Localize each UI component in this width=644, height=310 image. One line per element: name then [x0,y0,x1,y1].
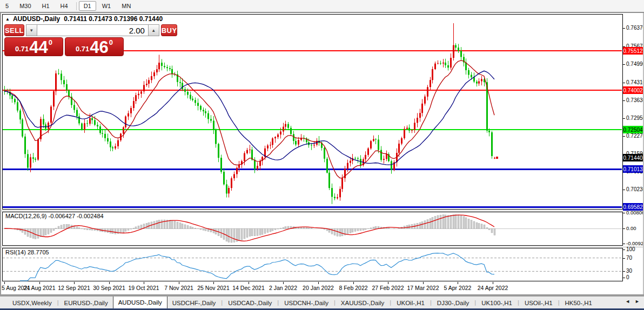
timeframe-button-5[interactable]: 5 [1,1,14,11]
macd-axis-label: 0.00 [626,225,636,231]
date-axis-tick [39,282,40,284]
volume-increase-button[interactable]: ▲ [148,24,159,36]
volume-input[interactable] [37,24,148,36]
date-axis-tick [144,282,144,284]
timeframe-button-m30[interactable]: M30 [15,1,36,11]
date-axis-tick [283,282,284,284]
chart-tab-xauusd-daily[interactable]: XAUUSD-,Daily [336,298,390,308]
price-axis-tick [623,136,625,137]
chart-tab-usdchf-daily[interactable]: USDCHF-,Daily [167,298,221,308]
date-axis-label: 30 Sep 2021 [93,285,125,291]
rsi-axis-tick [623,250,625,250]
date-axis-tick [388,282,388,284]
price-axis-label: 0.74990 [626,61,644,67]
date-axis-tick [353,282,354,284]
timeframe-button-h1[interactable]: H1 [37,1,55,11]
date-axis-tick [74,282,75,284]
date-axis-tick [493,282,493,284]
collapse-panel-icon[interactable]: ▲ [5,17,10,22]
date-axis-tick [458,282,458,284]
chart-tab-uk100-h1[interactable]: UK100-,H1 [477,298,517,308]
date-axis-label: 24 Apr 2022 [478,285,508,291]
price-axis-label: 0.73630 [626,97,644,103]
date-axis-label: 8 Feb 2022 [339,285,367,291]
tabs-scroll-right-button[interactable]: ► [635,299,640,304]
date-axis-label: 25 Nov 2021 [197,285,230,291]
sell-price-prefix: 0.71 [15,45,29,53]
price-axis-tick [623,100,625,101]
price-axis-label: 0.72270 [626,133,644,139]
buy-price-prefix: 0.71 [76,45,89,53]
buy-button[interactable]: BUY [161,24,178,36]
chart-tab-usdx-weekly[interactable]: USDX,Weekly [8,298,57,308]
buy-price-sup: 0 [109,38,113,46]
arrow-down-icon: ▼ [29,28,33,33]
timeframe-button-w1[interactable]: W1 [97,1,116,11]
chart-tab-hk50-h1[interactable]: HK50-,H1 [560,298,598,308]
chart-title: ▲ AUDUSD-,Daily 0.71411 0.71473 0.71396 … [5,15,163,23]
timeframe-toolbar: 5M30H1H4D1W1MN [0,0,644,12]
macd-axis-tick [623,244,625,244]
chart-tab-dj30-daily[interactable]: DJ30-,Daily [432,298,474,308]
macd-axis-tick [623,228,625,229]
toolbar-separator [76,2,77,10]
symbol-period-label: AUDUSD-,Daily [13,15,60,23]
price-level-badge-0.72504: 0.72504 [623,126,643,133]
buy-price-big: 46 [90,39,108,55]
window-left-border [0,13,1,294]
price-axis-label: 0.74310 [626,79,644,85]
volume-decrease-button[interactable]: ▼ [26,24,37,36]
rsi-axis-tick [623,258,625,259]
date-axis-label: 7 Nov 2021 [164,285,193,291]
rsi-axis-tick [623,271,625,272]
price-level-badge-0.75512: 0.75512 [623,47,643,55]
ohlc-values: 0.71411 0.71473 0.71396 0.71440 [64,15,163,23]
date-axis-tick [109,282,110,284]
window-top-border [0,12,644,13]
price-axis-label: 0.76370 [626,25,644,31]
price-axis-label: 0.72950 [626,115,644,121]
buy-price-box[interactable]: 0.71 46 0 [65,37,124,56]
macd-axis-tick [623,213,625,213]
price-level-badge-0.71440: 0.71440 [623,154,643,161]
chart-tab-usoil-h1[interactable]: USOil-,H1 [520,298,558,308]
sell-price-big: 44 [29,39,48,55]
timeframe-button-d1[interactable]: D1 [79,1,96,11]
timeframe-button-h4[interactable]: H4 [56,1,73,11]
chart-tab-ukoil-h1[interactable]: UKOil-,H1 [392,298,430,308]
date-axis-tick [249,282,249,284]
date-axis-label: 27 Feb 2022 [372,285,404,291]
date-axis-label: 19 Oct 2021 [128,285,159,291]
sell-price-box[interactable]: 0.71 44 0 [4,37,63,56]
rsi-axis-label: 0 [626,274,629,280]
chart-tab-strip: USDX,Weekly|EURUSD-,DailyAUDUSD-,DailyUS… [0,296,644,308]
sell-price-sup: 0 [49,38,52,46]
price-axis-tick [623,64,625,65]
date-axis-tick [179,282,179,284]
price-axis-tick [623,190,625,190]
chart-tab-eurusd-daily[interactable]: EURUSD-,Daily [59,298,113,308]
price-axis-tick [623,28,625,29]
date-axis-tick [318,282,319,284]
date-axis-label: 17 Mar 2022 [407,285,439,291]
price-axis-tick [623,118,625,119]
sell-button[interactable]: SELL [4,24,24,36]
price-axis[interactable]: 0.763700.756700.749900.743100.736300.729… [623,0,643,310]
date-axis-label: 20 Jan 2022 [303,285,334,291]
date-axis-label: 24 Aug 2021 [24,285,56,291]
volume-stepper: ▼ ▲ [26,24,159,36]
price-level-badge-0.74002: 0.74002 [623,86,643,94]
rsi-axis-label: 100 [626,246,635,252]
timeframe-button-mn[interactable]: MN [117,1,136,11]
date-axis-tick [423,282,424,284]
chart-tab-usdcad-daily[interactable]: USDCAD-,Daily [223,298,277,308]
date-axis-label: 2 Jan 2022 [269,285,297,291]
rsi-axis-label: 70 [626,255,632,261]
rsi-axis-tick [623,278,625,278]
price-level-badge-0.71013: 0.71013 [623,165,643,173]
macd-axis-label: -0.00928 [626,240,644,246]
date-axis-tick [213,282,214,284]
chart-tab-audusd-daily[interactable]: AUDUSD-,Daily [113,296,167,308]
tabs-scroll-left-button[interactable]: ◄ [625,299,630,304]
chart-tab-usdcnh-daily[interactable]: USDCNH-,Daily [279,298,333,308]
